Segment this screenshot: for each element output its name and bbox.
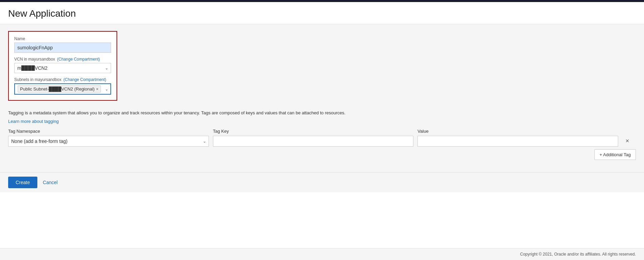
create-button[interactable]: Create bbox=[8, 177, 37, 188]
tag-key-col-label: Tag Key bbox=[213, 129, 414, 134]
tag-grid-header: Tag Namespace Tag Key Value bbox=[8, 129, 636, 134]
vcn-select[interactable]: m████VCN2 bbox=[14, 63, 111, 73]
tag-remove-button[interactable]: × bbox=[622, 136, 632, 146]
page-footer: Copyright © 2021, Oracle and/or its affi… bbox=[0, 248, 644, 260]
subnet-field[interactable]: Public Subnet-████VCN2 (Regional) × bbox=[14, 83, 111, 95]
additional-tag-button[interactable]: + Additional Tag bbox=[594, 149, 636, 160]
copyright-text: Copyright © 2021, Oracle and/or its affi… bbox=[520, 252, 636, 257]
highlighted-fields: Name VCN in mayursandbox (Change Compart… bbox=[8, 31, 117, 101]
vcn-field-group: VCN in mayursandbox (Change Compartment)… bbox=[14, 57, 111, 73]
subnets-field-group: Subnets in mayursandbox (Change Compartm… bbox=[14, 77, 111, 95]
subnet-wrapper: Public Subnet-████VCN2 (Regional) × ⌄ bbox=[14, 83, 111, 95]
tag-namespace-select[interactable]: None (add a free-form tag) bbox=[8, 136, 209, 147]
form-actions: Create Cancel bbox=[0, 172, 644, 192]
tag-namespace-select-wrapper: None (add a free-form tag) ⌄ bbox=[8, 136, 209, 147]
subnets-label: Subnets in mayursandbox (Change Compartm… bbox=[14, 77, 111, 82]
name-label: Name bbox=[14, 36, 111, 41]
tag-value-input[interactable] bbox=[417, 136, 618, 147]
page-title: New Application bbox=[8, 8, 636, 19]
name-input[interactable] bbox=[14, 43, 111, 53]
learn-more-link[interactable]: Learn more about tagging bbox=[8, 119, 59, 124]
vcn-label: VCN in mayursandbox (Change Compartment) bbox=[14, 57, 111, 62]
subnet-tag: Public Subnet-████VCN2 (Regional) × bbox=[18, 85, 101, 93]
cancel-link[interactable]: Cancel bbox=[43, 180, 58, 185]
subnet-tag-close-icon[interactable]: × bbox=[96, 87, 99, 92]
tag-value-col-label: Value bbox=[417, 129, 618, 134]
tagging-description: Tagging is a metadata system that allows… bbox=[8, 110, 636, 116]
page-header: New Application bbox=[0, 2, 644, 24]
tag-namespace-col-label: Tag Namespace bbox=[8, 129, 209, 134]
tag-key-input[interactable] bbox=[213, 136, 414, 147]
subnets-change-compartment-link[interactable]: (Change Compartment) bbox=[64, 77, 106, 82]
vcn-change-compartment-link[interactable]: (Change Compartment) bbox=[57, 57, 100, 62]
form-area: Name VCN in mayursandbox (Change Compart… bbox=[0, 24, 644, 172]
additional-tag-row: + Additional Tag bbox=[8, 149, 636, 160]
tagging-section: Tagging is a metadata system that allows… bbox=[8, 110, 636, 160]
vcn-select-wrapper: m████VCN2 ⌄ bbox=[14, 63, 111, 73]
name-field-group: Name bbox=[14, 36, 111, 53]
tag-row: None (add a free-form tag) ⌄ × bbox=[8, 136, 636, 147]
